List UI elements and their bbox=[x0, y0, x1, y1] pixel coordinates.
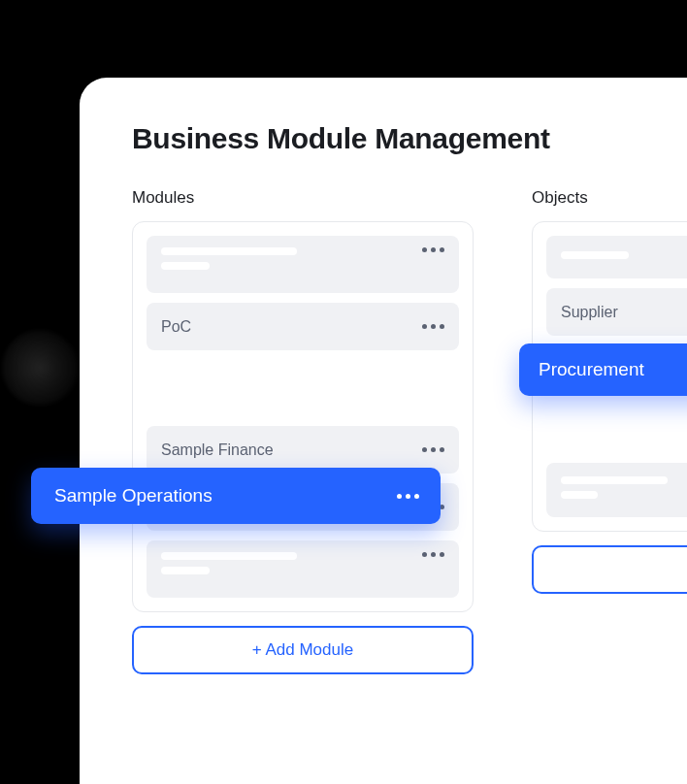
skeleton-line bbox=[161, 262, 210, 270]
module-item-poc[interactable]: PoC bbox=[147, 303, 459, 350]
object-item-placeholder[interactable] bbox=[546, 236, 687, 278]
objects-heading: Objects bbox=[532, 188, 687, 208]
skeleton bbox=[561, 251, 629, 259]
module-label: Sample Finance bbox=[161, 441, 422, 459]
skeleton-line bbox=[561, 476, 668, 484]
skeleton bbox=[561, 476, 668, 499]
module-label: Sample Operations bbox=[54, 485, 397, 506]
objects-column: Objects Supplier Warehouse bbox=[532, 188, 687, 674]
object-item-placeholder[interactable] bbox=[546, 463, 687, 517]
modules-panel: PoC Sample Finance Sample Marketing bbox=[132, 221, 474, 612]
objects-panel: Supplier Warehouse Procurement bbox=[532, 221, 687, 532]
object-item-procurement-selected[interactable]: Procurement bbox=[519, 343, 687, 396]
module-label: PoC bbox=[161, 318, 422, 336]
selected-spacer bbox=[147, 360, 459, 416]
object-label: Supplier bbox=[561, 304, 687, 321]
more-icon[interactable] bbox=[422, 447, 444, 452]
modules-column: Modules PoC Sample Finance bbox=[132, 188, 474, 674]
columns: Modules PoC Sample Finance bbox=[132, 188, 687, 674]
add-module-button[interactable]: + Add Module bbox=[132, 626, 474, 674]
management-card: Business Module Management Modules PoC bbox=[80, 78, 687, 784]
skeleton bbox=[161, 247, 297, 270]
skeleton-line bbox=[161, 567, 210, 574]
page-title: Business Module Management bbox=[132, 122, 687, 155]
skeleton-line bbox=[161, 552, 297, 560]
skeleton-line bbox=[561, 491, 598, 499]
modules-heading: Modules bbox=[132, 188, 474, 208]
module-item-placeholder[interactable] bbox=[147, 236, 459, 293]
skeleton-line bbox=[561, 251, 629, 259]
add-object-button[interactable] bbox=[532, 545, 687, 594]
module-item-finance[interactable]: Sample Finance bbox=[147, 426, 459, 474]
module-item-operations-selected[interactable]: Sample Operations bbox=[31, 468, 441, 524]
more-icon[interactable] bbox=[397, 494, 419, 499]
decorative-circle bbox=[2, 330, 78, 406]
selected-spacer bbox=[546, 403, 687, 453]
object-label: Procurement bbox=[539, 359, 687, 380]
more-icon[interactable] bbox=[422, 552, 444, 557]
more-icon[interactable] bbox=[422, 324, 444, 329]
more-icon[interactable] bbox=[422, 247, 444, 252]
skeleton-line bbox=[161, 247, 297, 255]
object-item-supplier[interactable]: Supplier bbox=[546, 288, 687, 336]
skeleton bbox=[161, 552, 297, 574]
module-item-placeholder[interactable] bbox=[147, 540, 459, 598]
